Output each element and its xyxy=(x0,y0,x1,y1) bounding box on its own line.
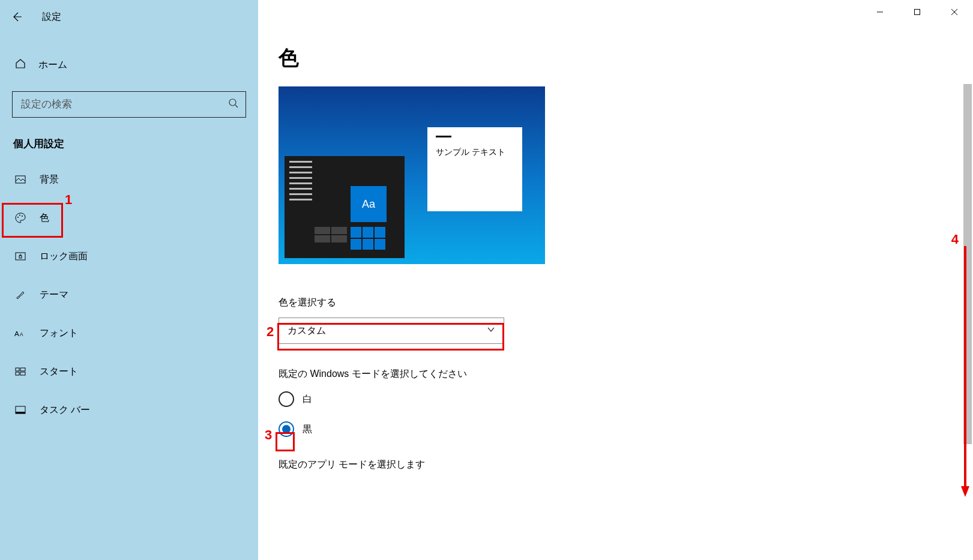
radio-icon xyxy=(279,391,294,407)
home-label: ホーム xyxy=(38,59,67,71)
svg-rect-12 xyxy=(20,372,25,375)
dropdown-value: カスタム xyxy=(288,325,326,337)
preview-start-mock: Aa xyxy=(285,156,405,258)
svg-rect-6 xyxy=(19,256,22,258)
window-controls xyxy=(861,0,973,24)
arrow-left-icon xyxy=(11,11,23,23)
taskbar-icon xyxy=(14,404,26,416)
radio-icon-checked xyxy=(279,421,294,437)
sidebar-item-label: ロック画面 xyxy=(40,250,88,263)
search-input[interactable] xyxy=(12,91,246,118)
radio-light[interactable]: 白 xyxy=(279,391,973,407)
svg-point-2 xyxy=(17,217,19,218)
svg-point-0 xyxy=(229,99,236,106)
minimize-button[interactable] xyxy=(861,0,899,24)
palette-icon xyxy=(14,212,26,224)
sidebar-item-label: 背景 xyxy=(40,173,59,186)
section-label: 個人用設定 xyxy=(13,137,258,151)
chevron-down-icon xyxy=(487,325,495,336)
sidebar-item-taskbar[interactable]: タスク バー xyxy=(0,391,258,429)
sidebar-item-colors[interactable]: 色 xyxy=(0,199,258,237)
svg-rect-5 xyxy=(16,253,25,260)
minimize-icon xyxy=(876,8,884,16)
sidebar-item-label: 色 xyxy=(40,212,49,224)
home-icon xyxy=(14,58,26,72)
main-content: 色 Aa サンプル テキスト 色を選択する カスタム 既定の Windows モ… xyxy=(258,0,973,560)
close-icon xyxy=(951,8,958,16)
home-nav[interactable]: ホーム xyxy=(0,50,258,79)
maximize-icon xyxy=(914,8,921,16)
back-button[interactable] xyxy=(8,8,25,25)
svg-rect-11 xyxy=(16,372,19,375)
svg-point-4 xyxy=(22,215,23,217)
svg-rect-15 xyxy=(915,10,920,15)
app-mode-label: 既定のアプリ モードを選択します xyxy=(279,459,973,471)
choose-color-label: 色を選択する xyxy=(279,297,973,309)
sidebar-item-label: タスク バー xyxy=(40,404,90,417)
sidebar: 設定 ホーム 個人用設定 背景 色 xyxy=(0,0,258,560)
preview-sample-card: サンプル テキスト xyxy=(427,127,522,211)
sidebar-item-background[interactable]: 背景 xyxy=(0,160,258,199)
sidebar-item-lockscreen[interactable]: ロック画面 xyxy=(0,237,258,275)
svg-point-3 xyxy=(19,215,20,216)
radio-dark[interactable]: 黒 xyxy=(279,421,973,437)
sidebar-item-start[interactable]: スタート xyxy=(0,352,258,391)
windows-mode-label: 既定の Windows モードを選択してください xyxy=(279,368,973,381)
close-button[interactable] xyxy=(936,0,973,24)
radio-label: 黒 xyxy=(303,423,312,436)
sidebar-item-themes[interactable]: テーマ xyxy=(0,275,258,314)
font-icon: AA xyxy=(14,327,26,339)
search-wrap xyxy=(12,91,246,118)
preview-sample-text: サンプル テキスト xyxy=(436,147,514,158)
preview-tile-aa: Aa xyxy=(351,186,387,222)
radio-label: 白 xyxy=(303,393,312,406)
svg-text:A: A xyxy=(14,330,19,338)
svg-rect-10 xyxy=(20,368,25,371)
svg-rect-9 xyxy=(16,368,19,371)
color-preview: Aa サンプル テキスト xyxy=(279,86,545,264)
sidebar-item-fonts[interactable]: AA フォント xyxy=(0,314,258,352)
picture-icon xyxy=(14,173,26,185)
sidebar-item-label: フォント xyxy=(40,327,78,340)
svg-text:A: A xyxy=(20,332,23,337)
lockscreen-icon xyxy=(14,250,26,262)
brush-icon xyxy=(14,289,26,301)
start-icon xyxy=(14,366,26,378)
page-title: 色 xyxy=(279,44,973,72)
sidebar-item-label: テーマ xyxy=(40,289,68,301)
maximize-button[interactable] xyxy=(899,0,936,24)
scrollbar-thumb[interactable] xyxy=(963,84,972,444)
window-title: 設定 xyxy=(42,11,61,23)
choose-color-dropdown[interactable]: カスタム xyxy=(279,318,504,344)
titlebar-left: 設定 xyxy=(0,5,258,29)
sidebar-item-label: スタート xyxy=(40,366,78,378)
search-icon xyxy=(228,98,239,111)
svg-rect-14 xyxy=(16,412,25,414)
